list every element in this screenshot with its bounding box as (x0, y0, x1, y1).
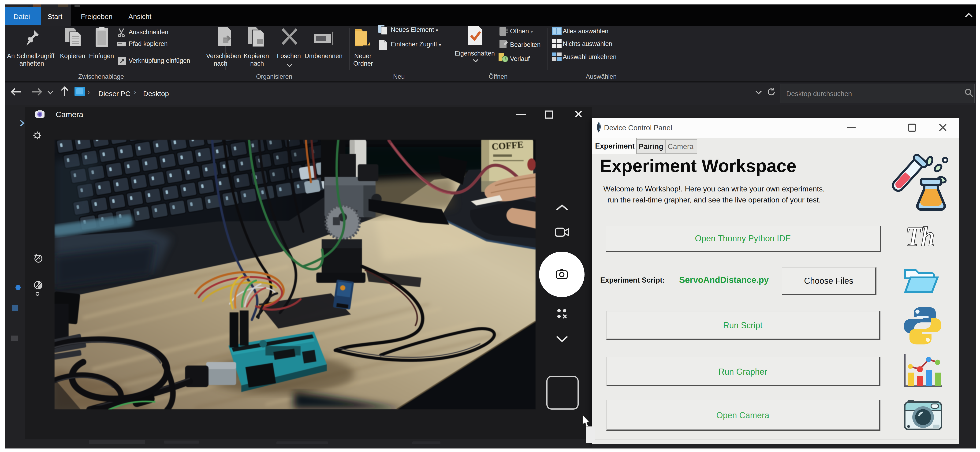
svg-text:Th: Th (906, 222, 935, 251)
